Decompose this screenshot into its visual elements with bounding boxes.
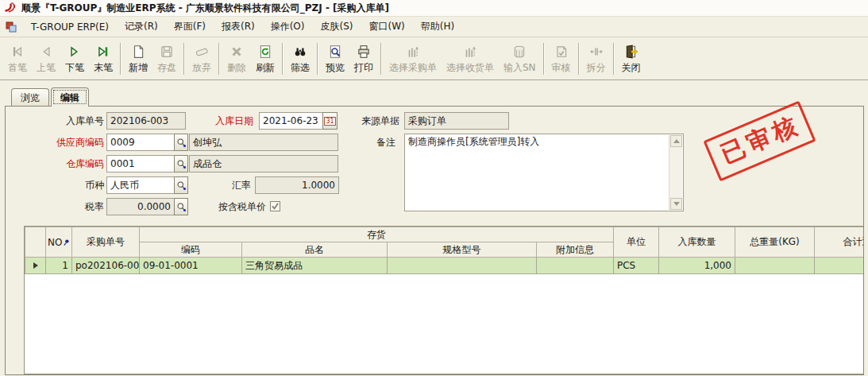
col-header-code[interactable]: 编码	[140, 242, 242, 258]
menu-record[interactable]: 记录(R)	[117, 17, 166, 37]
receipt-date-label: 入库日期	[188, 112, 253, 130]
select-purchase-order-button: 选择采购单	[384, 40, 442, 78]
remark-textarea[interactable]: 制造商操作员[系统管理员]转入	[404, 134, 684, 211]
col-header-no[interactable]: NO	[46, 227, 72, 258]
close-label: 关闭	[622, 61, 641, 75]
select-po-label: 选择采购单	[389, 61, 437, 75]
menu-help[interactable]: 帮助(H)	[413, 17, 462, 37]
cell-refund[interactable]	[815, 258, 864, 274]
input-sn-button: 输入SN	[499, 40, 541, 78]
menu-operation[interactable]: 操作(O)	[263, 17, 313, 37]
cell-no[interactable]: 1	[46, 258, 72, 274]
lookup-icon	[176, 180, 187, 191]
calendar-icon: 31	[324, 117, 335, 126]
tab-browse[interactable]: 浏览	[11, 88, 49, 106]
receipt-date-field[interactable]: 2021-06-23	[259, 112, 323, 130]
receipt-no-label: 入库单号	[21, 112, 104, 130]
currency-lookup-button[interactable]	[174, 176, 188, 194]
close-button[interactable]: 关闭	[617, 40, 646, 78]
cell-unit[interactable]: PCS	[614, 258, 659, 274]
col-header-inventory-group[interactable]: 存货	[140, 227, 614, 242]
menu-window[interactable]: 窗口(W)	[361, 17, 412, 37]
currency-field[interactable]: 人民币	[106, 176, 175, 194]
cell-qty[interactable]: 1,000	[659, 258, 735, 274]
table-row[interactable]: 1 po202106-004 09-01-0001 三角贸易成品 PCS 1,0…	[25, 258, 864, 274]
col-header-po[interactable]: 采购单号	[72, 227, 140, 258]
discard-label: 放弃	[192, 61, 211, 75]
prev-record-icon	[39, 44, 53, 60]
date-picker-button[interactable]: 31	[322, 112, 338, 130]
warehouse-code-field[interactable]: 0001	[106, 155, 175, 172]
menu-tgroup-erp[interactable]: T-GROUP ERP(E)	[23, 18, 117, 36]
last-record-button[interactable]: 末笔	[89, 40, 118, 78]
col-header-refund[interactable]: 合计退补	[815, 227, 864, 258]
select-po-icon	[405, 44, 421, 60]
first-record-button: 首笔	[3, 40, 32, 78]
menu-skin[interactable]: 皮肤(S)	[313, 17, 361, 37]
next-record-button[interactable]: 下笔	[60, 40, 89, 78]
lookup-icon	[176, 159, 187, 169]
split-button: 拆分	[582, 40, 611, 78]
col-header-weight[interactable]: 总重量(KG)	[735, 227, 815, 258]
toolbar-separator	[218, 43, 220, 75]
tab-strip: 浏览 编辑	[11, 87, 91, 106]
filter-button[interactable]: 筛选	[286, 40, 314, 78]
window-title: 顺景『T-GROUP』制造业ERP系统 - 广东顺景软件科技有限公司_PZJ -…	[21, 2, 389, 15]
preview-icon	[328, 44, 342, 60]
cell-po[interactable]: po202106-004	[72, 258, 140, 274]
exchange-rate-label: 汇率	[214, 176, 251, 194]
lookup-icon	[176, 202, 187, 212]
col-header-spec[interactable]: 规格型号	[388, 242, 537, 258]
refresh-icon	[258, 44, 272, 60]
toolbar-separator	[380, 43, 382, 75]
refresh-button[interactable]: 刷新	[251, 40, 280, 78]
new-button[interactable]: 新增	[124, 40, 152, 78]
last-record-label: 末笔	[94, 61, 113, 75]
next-record-icon	[68, 44, 82, 60]
source-doc-field: 采购订单	[404, 112, 509, 130]
discard-button: 放弃	[187, 40, 216, 78]
col-header-extra[interactable]: 附加信息	[537, 242, 614, 258]
menu-report[interactable]: 报表(R)	[214, 17, 263, 37]
discard-icon	[195, 44, 209, 60]
split-label: 拆分	[587, 61, 606, 75]
preview-button[interactable]: 预览	[321, 40, 349, 78]
row-selector-header	[25, 227, 46, 258]
delete-button: 删除	[222, 40, 251, 78]
currency-label: 币种	[21, 176, 104, 194]
check-icon	[271, 202, 280, 211]
cell-name[interactable]: 三角贸易成品	[242, 258, 388, 274]
print-icon	[357, 44, 371, 60]
tax-rate-lookup-button[interactable]	[174, 198, 188, 215]
cell-code[interactable]: 09-01-0001	[140, 258, 242, 274]
cell-extra[interactable]	[537, 258, 614, 274]
scroll-up-icon[interactable]	[670, 135, 682, 147]
print-button[interactable]: 打印	[349, 40, 378, 78]
last-record-icon	[96, 44, 110, 60]
tax-included-checkbox[interactable]	[270, 201, 280, 211]
remark-scrollbar[interactable]	[669, 135, 682, 210]
input-sn-icon	[512, 44, 527, 60]
supplier-lookup-button[interactable]	[174, 134, 188, 151]
col-header-name[interactable]: 品名	[242, 242, 388, 258]
supplier-code-field[interactable]: 0009	[106, 134, 175, 151]
toolbar-separator	[543, 43, 545, 75]
tax-included-label: 按含税单价	[204, 198, 266, 215]
prev-record-label: 上笔	[37, 61, 56, 75]
next-record-label: 下笔	[65, 61, 84, 75]
warehouse-name-field: 成品仓	[189, 155, 338, 172]
close-icon	[624, 44, 638, 60]
input-sn-label: 输入SN	[503, 61, 536, 75]
detail-table: NO 采购单号 存货 单位 入库数量 总重量(KG) 合计退补 编码 品名 规格…	[25, 227, 863, 274]
tab-edit[interactable]: 编辑	[51, 87, 89, 107]
cell-spec[interactable]	[388, 258, 537, 274]
form-icon	[6, 21, 17, 33]
new-label: 新增	[129, 61, 148, 75]
menu-interface[interactable]: 界面(F)	[166, 17, 214, 37]
col-header-unit[interactable]: 单位	[614, 227, 659, 258]
scroll-down-icon[interactable]	[670, 198, 682, 210]
select-receipt-icon	[462, 44, 478, 60]
cell-weight[interactable]	[735, 258, 815, 274]
warehouse-lookup-button[interactable]	[174, 155, 188, 172]
col-header-qty[interactable]: 入库数量	[659, 227, 735, 258]
